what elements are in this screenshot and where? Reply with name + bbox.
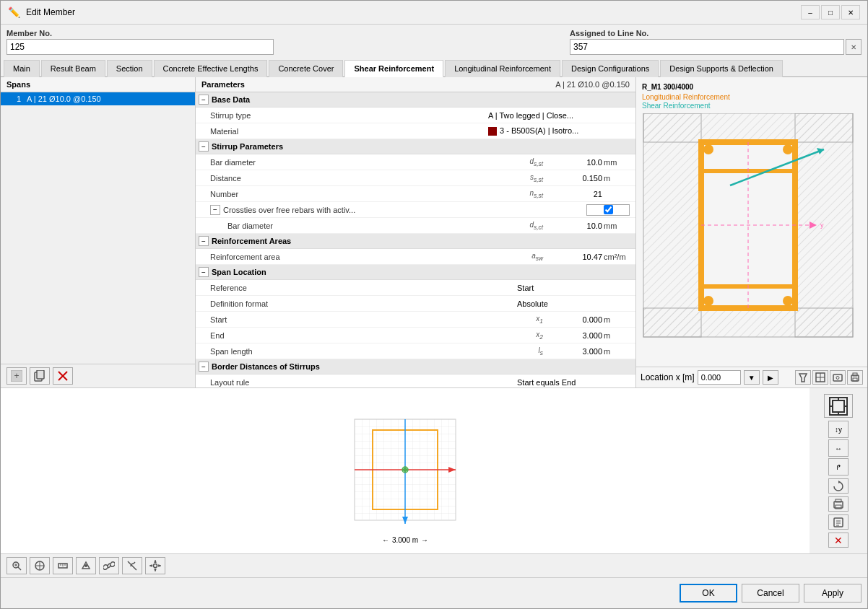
params-header: Parameters A | 21 Ø10.0 @0.150 <box>196 77 635 92</box>
assigned-line-input[interactable] <box>570 39 844 55</box>
bar-diameter-ct-row: Bar diameter ds,ct 10.0 mm <box>196 218 635 234</box>
ok-button[interactable]: OK <box>680 584 737 603</box>
section-border-distances-header[interactable]: − Border Distances of Stirrups <box>196 359 635 374</box>
collapse-stirrup-params[interactable]: − <box>199 141 209 152</box>
collapse-span-location[interactable]: − <box>199 267 209 277</box>
filter-btn[interactable] <box>795 370 811 385</box>
distance-unit: m <box>604 174 633 183</box>
span-length-unit: m <box>604 347 633 356</box>
copy-span-button[interactable] <box>30 367 50 385</box>
print2-btn[interactable] <box>828 496 849 512</box>
section-span-location: − Span Location Reference Start Definiti… <box>196 265 635 359</box>
grid-btn[interactable] <box>812 370 828 385</box>
collapse-crossties[interactable]: − <box>210 205 220 215</box>
number-value: 21 <box>546 190 604 198</box>
redraw-btn[interactable] <box>828 478 849 494</box>
section-reinf-areas-header[interactable]: − Reinforcement Areas <box>196 234 635 249</box>
distance-value: 0.150 <box>546 174 604 183</box>
section-border-distances: − Border Distances of Stirrups Layout ru… <box>196 359 635 387</box>
tab-section[interactable]: Section <box>107 60 152 77</box>
params-tree: − Base Data Stirrup type A | Two legged … <box>196 92 635 387</box>
bar-diameter-ct-symbol: ds,ct <box>503 221 546 231</box>
span-length-row: Span length ls 3.000 m <box>196 343 635 359</box>
svg-line-56 <box>18 567 21 570</box>
y-axis-btn[interactable]: ↕y <box>828 421 849 438</box>
material-row: Material 3 - B500S(A) | Isotro... <box>196 123 635 139</box>
tab-main[interactable]: Main <box>4 60 40 77</box>
clear-btn[interactable]: ✕ <box>828 533 849 548</box>
side-icon-group: ↕y ↔ ↱ <box>828 421 849 476</box>
tab-result-beam[interactable]: Result Beam <box>41 60 105 77</box>
collapse-reinf-areas[interactable]: − <box>199 236 209 246</box>
collapse-base-data[interactable]: − <box>199 95 209 105</box>
cross-section-btn[interactable] <box>824 394 853 418</box>
crossties-row: − Crossties over free rebars with activ.… <box>196 202 635 218</box>
snap-btn[interactable] <box>30 557 50 574</box>
reinf-area-row: Reinforcement area asw 10.47 cm²/m <box>196 249 635 265</box>
screenshot-btn[interactable] <box>830 370 846 385</box>
bar-diameter-row: Bar diameter ds,st 10.0 mm <box>196 154 635 170</box>
location-up[interactable]: ▶ <box>763 370 778 385</box>
section-span-location-header[interactable]: − Span Location <box>196 265 635 280</box>
link-btn[interactable] <box>99 557 119 574</box>
section-stirrup-params-header[interactable]: − Stirrup Parameters <box>196 139 635 154</box>
material-value: 3 - B500S(A) | Isotro... <box>488 126 604 136</box>
bottom-area: ← 3.000 m → <box>1 387 867 553</box>
rotate-btn[interactable]: ↱ <box>828 458 849 476</box>
crossties-checkbox[interactable] <box>604 205 613 214</box>
render-btn[interactable] <box>76 557 96 574</box>
member-no-input[interactable] <box>6 39 274 55</box>
print-btn[interactable] <box>847 370 863 385</box>
end-row: End x2 3.000 m <box>196 328 635 343</box>
span-length-label: Span length <box>210 347 503 356</box>
svg-text:y: y <box>820 222 824 229</box>
dimension-line: ← 3.000 m → <box>347 536 463 544</box>
tab-shear-reinf[interactable]: Shear Reinforcement <box>344 60 443 77</box>
unlink-btn[interactable] <box>122 557 142 574</box>
stirrup-type-row: Stirrup type A | Two legged | Close... <box>196 108 635 123</box>
start-label: Start <box>210 315 503 324</box>
collapse-border-distances[interactable]: − <box>199 362 209 372</box>
dimension-value: 3.000 m <box>392 536 418 544</box>
span-item[interactable]: 1 A | 21 Ø10.0 @0.150 <box>1 92 195 105</box>
location-down[interactable]: ▼ <box>744 370 760 385</box>
zoom-btn[interactable] <box>6 557 27 574</box>
assigned-line-field: Assigned to Line No. ✕ <box>570 29 862 55</box>
section-base-data-header[interactable]: − Base Data <box>196 92 635 108</box>
info-btn[interactable] <box>828 514 849 530</box>
minimize-button[interactable]: – <box>801 5 820 19</box>
svg-marker-47 <box>838 481 841 483</box>
tab-design-support[interactable]: Design Supports & Deflection <box>660 60 783 77</box>
svg-rect-9 <box>643 113 853 142</box>
maximize-button[interactable]: □ <box>821 5 840 19</box>
cancel-button[interactable]: Cancel <box>742 584 799 603</box>
location-input[interactable] <box>698 370 741 385</box>
viz-long-reinf-label: Longitudinal Reinforcement <box>642 93 730 101</box>
number-label: Number <box>210 190 503 198</box>
svg-text:+: + <box>14 371 19 381</box>
bar-diameter-ct-label: Bar diameter <box>227 222 503 230</box>
apply-button[interactable]: Apply <box>804 584 862 603</box>
delete-span-button[interactable] <box>53 367 73 385</box>
tab-concrete-eff[interactable]: Concrete Effective Lengths <box>154 60 268 77</box>
settings-btn[interactable] <box>145 557 165 574</box>
tab-concrete-cover[interactable]: Concrete Cover <box>269 60 343 77</box>
definition-format-row: Definition format Absolute <box>196 296 635 312</box>
span-number: 1 <box>6 95 21 103</box>
bar-diameter-unit: mm <box>604 158 633 167</box>
main-content: Spans 1 A | 21 Ø10.0 @0.150 + <box>1 77 867 387</box>
svg-point-14 <box>703 296 713 306</box>
assigned-line-clear[interactable]: ✕ <box>846 39 862 55</box>
bar-diameter-value: 10.0 <box>546 158 604 167</box>
add-span-button[interactable]: + <box>6 367 27 385</box>
expand-btn[interactable]: ↔ <box>828 439 849 457</box>
tab-design-config[interactable]: Design Configurations <box>562 60 659 77</box>
measure-btn[interactable] <box>53 557 73 574</box>
reference-value: Start <box>517 284 604 292</box>
section-reinf-areas-title: Reinforcement Areas <box>212 237 291 245</box>
tab-long-reinf[interactable]: Longitudinal Reinforcement <box>445 60 560 77</box>
start-value: 0.000 <box>546 315 604 324</box>
close-button[interactable]: ✕ <box>841 5 860 19</box>
reinf-area-unit: cm²/m <box>604 253 633 261</box>
span-length-value: 3.000 <box>546 347 604 356</box>
